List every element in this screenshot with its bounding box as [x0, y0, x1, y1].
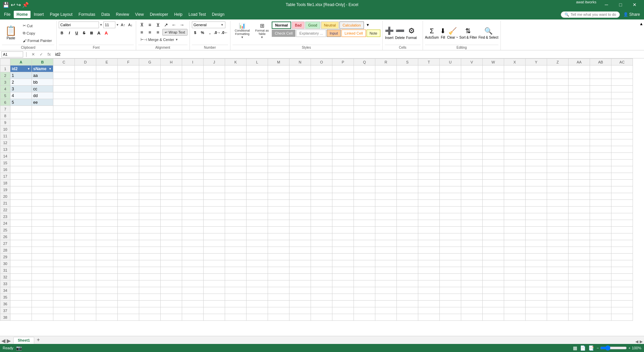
cell-H21[interactable]: [161, 200, 182, 207]
cell-Q6[interactable]: [354, 99, 375, 106]
col-header-X[interactable]: X: [504, 59, 526, 65]
cell-U37[interactable]: [440, 307, 461, 314]
cell-G33[interactable]: [139, 280, 161, 287]
cell-X29[interactable]: [504, 254, 526, 260]
cell-AC13[interactable]: [611, 146, 633, 153]
cell-AA13[interactable]: [569, 146, 590, 153]
cell-U36[interactable]: [440, 301, 461, 307]
cell-R16[interactable]: [375, 166, 397, 173]
cell-G9[interactable]: [139, 119, 161, 126]
wrap-text-button[interactable]: ↵ Wrap Text: [162, 29, 187, 36]
cell-Z26[interactable]: [547, 233, 569, 240]
cell-Q12[interactable]: [354, 139, 375, 146]
cell-K24[interactable]: [225, 220, 247, 227]
cell-Q38[interactable]: [354, 314, 375, 321]
cell-H26[interactable]: [161, 233, 182, 240]
cell-H32[interactable]: [161, 274, 182, 280]
cell-T8[interactable]: [418, 113, 440, 119]
cell-M13[interactable]: [268, 146, 289, 153]
row-num-15[interactable]: 15: [0, 160, 10, 166]
cell-T2[interactable]: [418, 72, 440, 79]
cell-N32[interactable]: [289, 274, 311, 280]
cell-Y13[interactable]: [526, 146, 547, 153]
cell-J5[interactable]: [204, 92, 225, 99]
cell-I21[interactable]: [182, 200, 204, 207]
cell-Q4[interactable]: [354, 86, 375, 92]
row-num-8[interactable]: 8: [0, 113, 10, 119]
col-header-I[interactable]: I: [182, 59, 204, 65]
cell-B6[interactable]: ee: [32, 99, 53, 106]
cell-AA19[interactable]: [569, 186, 590, 193]
menu-review[interactable]: Review: [113, 11, 131, 18]
cell-C16[interactable]: [53, 166, 75, 173]
cell-C27[interactable]: [53, 240, 75, 247]
cell-J7[interactable]: [204, 106, 225, 113]
cell-AB33[interactable]: [590, 280, 611, 287]
cell-Y34[interactable]: [526, 287, 547, 294]
cell-AA36[interactable]: [569, 301, 590, 307]
cell-AA33[interactable]: [569, 280, 590, 287]
cell-X34[interactable]: [504, 287, 526, 294]
cell-K12[interactable]: [225, 139, 247, 146]
cell-T37[interactable]: [418, 307, 440, 314]
cell-F35[interactable]: [118, 294, 139, 301]
cell-N19[interactable]: [289, 186, 311, 193]
cell-H33[interactable]: [161, 280, 182, 287]
cell-M31[interactable]: [268, 267, 289, 274]
menu-help[interactable]: Help: [171, 11, 185, 18]
cell-M10[interactable]: [268, 126, 289, 133]
row-num-18[interactable]: 18: [0, 180, 10, 186]
cell-I13[interactable]: [182, 146, 204, 153]
cell-AA11[interactable]: [569, 133, 590, 139]
cell-AB8[interactable]: [590, 113, 611, 119]
cell-L12[interactable]: [247, 139, 268, 146]
cell-H15[interactable]: [161, 160, 182, 166]
cell-L15[interactable]: [247, 160, 268, 166]
undo-icon[interactable]: ↩: [11, 2, 15, 8]
text-direction-button[interactable]: ↗: [162, 21, 170, 28]
cell-E13[interactable]: [96, 146, 118, 153]
cell-N26[interactable]: [289, 233, 311, 240]
cell-H37[interactable]: [161, 307, 182, 314]
cell-I37[interactable]: [182, 307, 204, 314]
cell-M6[interactable]: [268, 99, 289, 106]
cell-M23[interactable]: [268, 213, 289, 220]
cell-X17[interactable]: [504, 173, 526, 180]
cell-O20[interactable]: [311, 193, 332, 200]
col-header-W[interactable]: W: [483, 59, 504, 65]
cell-Z14[interactable]: [547, 153, 569, 160]
cell-M17[interactable]: [268, 173, 289, 180]
cell-Z15[interactable]: [547, 160, 569, 166]
cell-F24[interactable]: [118, 220, 139, 227]
cell-J15[interactable]: [204, 160, 225, 166]
cell-N11[interactable]: [289, 133, 311, 139]
autosum-button[interactable]: Σ AutoSum: [425, 27, 439, 39]
cell-Y3[interactable]: [526, 79, 547, 86]
cell-H19[interactable]: [161, 186, 182, 193]
cell-E37[interactable]: [96, 307, 118, 314]
cell-AC16[interactable]: [611, 166, 633, 173]
cell-F18[interactable]: [118, 180, 139, 186]
cell-AB11[interactable]: [590, 133, 611, 139]
cell-T3[interactable]: [418, 79, 440, 86]
cell-A28[interactable]: [10, 247, 32, 254]
cell-AB30[interactable]: [590, 260, 611, 267]
cell-AC3[interactable]: [611, 79, 633, 86]
cell-Z5[interactable]: [547, 92, 569, 99]
cell-S34[interactable]: [397, 287, 418, 294]
col-header-Q[interactable]: Q: [354, 59, 375, 65]
cell-Y28[interactable]: [526, 247, 547, 254]
cell-R11[interactable]: [375, 133, 397, 139]
style-check-cell-button[interactable]: Check Cell: [272, 30, 296, 37]
cell-W17[interactable]: [483, 173, 504, 180]
cell-T10[interactable]: [418, 126, 440, 133]
font-increase-button[interactable]: A↑: [120, 21, 126, 28]
row-num-21[interactable]: 21: [0, 200, 10, 207]
redo-icon[interactable]: ↪: [16, 2, 21, 8]
cell-F29[interactable]: [118, 254, 139, 260]
cell-P27[interactable]: [332, 240, 354, 247]
cell-K8[interactable]: [225, 113, 247, 119]
cell-T11[interactable]: [418, 133, 440, 139]
cell-T26[interactable]: [418, 233, 440, 240]
scroll-right-button[interactable]: ▶: [640, 339, 643, 344]
